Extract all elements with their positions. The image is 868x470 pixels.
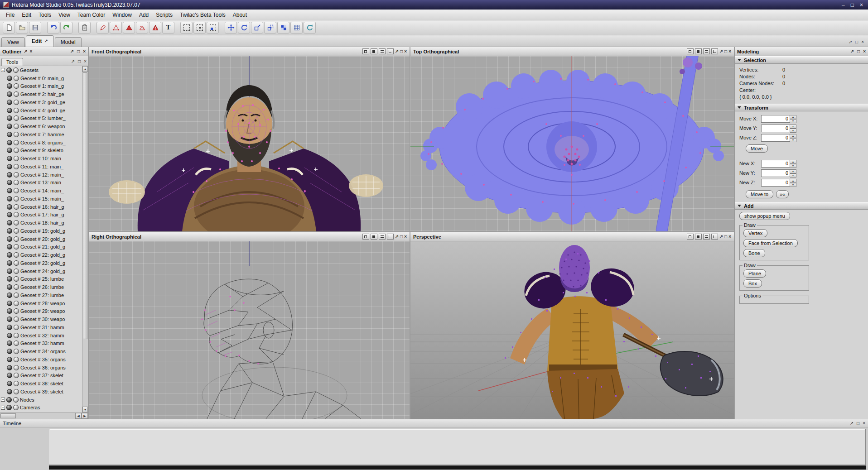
spin-down-button[interactable]: ▼	[790, 173, 796, 177]
scroll-right-button[interactable]: ▶	[82, 413, 88, 419]
tree-row[interactable]: Geoset # 30: weapo	[0, 315, 82, 323]
visibility-icon[interactable]	[7, 180, 12, 185]
float-icon[interactable]: ↗	[44, 39, 48, 43]
viewport-grid-button[interactable]	[362, 234, 369, 240]
right-viewport-header[interactable]: Right Orthographical ↗ □ ×	[89, 232, 410, 241]
undo-button[interactable]	[47, 22, 59, 34]
show-popup-menu-button[interactable]: show popup menu	[739, 212, 790, 220]
visibility-icon[interactable]	[7, 212, 12, 217]
tree-row[interactable]: Geoset # 3: gold_ge	[0, 98, 82, 106]
visibility-icon[interactable]	[7, 333, 12, 338]
vertex-button[interactable]: Vertex	[743, 229, 767, 237]
menu-item[interactable]: View	[55, 10, 74, 19]
tree-row[interactable]: Geoset # 34: organs	[0, 347, 82, 355]
maximize-button[interactable]: □	[851, 2, 854, 8]
new-document-button[interactable]	[3, 22, 15, 34]
expander-icon[interactable]: +	[1, 406, 5, 410]
extrude-tool-button[interactable]	[264, 22, 276, 34]
tree-row[interactable]: Geoset # 4: gold_ge	[0, 106, 82, 115]
visibility-icon[interactable]	[7, 349, 12, 354]
menu-item[interactable]: Twilac's Beta Tools	[176, 10, 229, 19]
timeline-body[interactable]	[0, 427, 868, 470]
top-viewport-canvas[interactable]	[410, 56, 734, 231]
move-button[interactable]: Move	[746, 144, 768, 153]
move-z-input[interactable]	[761, 134, 790, 142]
select-marquee-button[interactable]	[180, 22, 193, 34]
face-solid-button[interactable]	[123, 22, 135, 34]
expander-icon[interactable]: -	[1, 68, 5, 72]
close-icon[interactable]: ×	[728, 49, 731, 54]
tree-row[interactable]: Geoset # 12: main_	[0, 171, 82, 179]
spin-down-button[interactable]: ▼	[790, 138, 796, 142]
edit-pen-button[interactable]	[96, 22, 109, 34]
visibility-icon[interactable]	[7, 373, 12, 378]
plane-button[interactable]: Plane	[743, 269, 766, 278]
viewport-shade-button[interactable]	[387, 48, 394, 54]
float-icon[interactable]: ↗	[395, 235, 399, 239]
timeline-track-area[interactable]	[49, 429, 866, 465]
scale-tool-button[interactable]	[251, 22, 263, 34]
viewport-shade-button[interactable]	[387, 234, 394, 240]
move-y-input[interactable]	[761, 125, 790, 132]
visibility-icon[interactable]	[7, 260, 12, 266]
float-icon[interactable]: ↗	[849, 40, 852, 44]
tree-row[interactable]: Geoset # 31: hamm	[0, 323, 82, 331]
float-icon[interactable]: ↗	[24, 49, 27, 54]
visibility-icon[interactable]	[7, 148, 12, 153]
visibility-icon[interactable]	[7, 115, 12, 121]
snap-checker-button[interactable]	[277, 22, 289, 34]
close-icon[interactable]: ×	[83, 49, 86, 54]
visibility-icon[interactable]	[6, 397, 12, 403]
viewport-shade-button[interactable]	[711, 234, 718, 240]
maximize-icon[interactable]: □	[400, 235, 403, 239]
open-model-button[interactable]	[16, 22, 28, 34]
tree-row[interactable]: Geoset # 27: lumbe	[0, 291, 82, 299]
outliner-horizontal-scrollbar[interactable]: ◀ ▶	[0, 412, 88, 419]
tab-edit[interactable]: Edit↗	[26, 35, 54, 47]
visibility-icon[interactable]	[7, 276, 12, 282]
float-icon[interactable]: ↗	[71, 59, 75, 64]
tree-row[interactable]: Geoset # 2: hair_ge	[0, 90, 82, 98]
face-alert-button[interactable]	[149, 22, 161, 34]
tree-row[interactable]: Geoset # 16: hair_g	[0, 203, 82, 211]
close-button[interactable]: ×	[860, 2, 863, 8]
viewport-wireframe-button[interactable]	[703, 234, 710, 240]
visibility-icon[interactable]	[7, 269, 12, 274]
float-icon[interactable]: ↗	[719, 235, 723, 239]
spin-up-button[interactable]: ▲	[790, 134, 796, 138]
visibility-icon[interactable]	[7, 357, 12, 362]
viewport-solid-button[interactable]	[695, 234, 702, 240]
close-icon[interactable]: ×	[863, 421, 865, 426]
face-outline-button[interactable]	[110, 22, 122, 34]
tree-row[interactable]: Geoset # 0: main_g	[0, 74, 82, 82]
visibility-icon[interactable]	[7, 172, 12, 177]
close-icon[interactable]: ×	[404, 235, 407, 239]
visibility-icon[interactable]	[7, 308, 12, 314]
right-viewport-canvas[interactable]	[89, 241, 410, 419]
visibility-icon[interactable]	[7, 156, 12, 161]
scrollbar-thumb[interactable]	[83, 72, 87, 339]
visibility-icon[interactable]	[7, 83, 12, 89]
scroll-up-button[interactable]: ▲	[82, 66, 88, 72]
tree-row[interactable]: Geoset # 23: gold_g	[0, 259, 82, 267]
recalculate-normals-button[interactable]	[304, 22, 316, 34]
menu-item[interactable]: Window	[109, 10, 135, 19]
float-icon[interactable]: ↗	[395, 49, 399, 54]
perspective-viewport-canvas[interactable]	[410, 241, 734, 419]
visibility-icon[interactable]	[7, 164, 12, 169]
scroll-down-button[interactable]: ▼	[82, 407, 88, 412]
close-icon[interactable]: ×	[404, 49, 407, 54]
spin-up-button[interactable]: ▲	[790, 115, 796, 119]
visibility-icon[interactable]	[7, 284, 12, 290]
tree-row[interactable]: Geoset # 21: gold_g	[0, 243, 82, 251]
rotate-tool-button[interactable]	[238, 22, 250, 34]
transform-section-header[interactable]: Transform	[735, 104, 868, 111]
move-tool-button[interactable]	[225, 22, 237, 34]
viewport-solid-button[interactable]	[371, 234, 377, 240]
tree-row[interactable]: Geoset # 8: organs_	[0, 139, 82, 147]
close-icon[interactable]: ×	[84, 59, 87, 64]
viewport-solid-button[interactable]	[695, 48, 702, 54]
tree-row[interactable]: Geoset # 14: main_	[0, 187, 82, 195]
float-icon[interactable]: ↗	[70, 49, 74, 54]
minimize-button[interactable]: –	[842, 2, 845, 8]
